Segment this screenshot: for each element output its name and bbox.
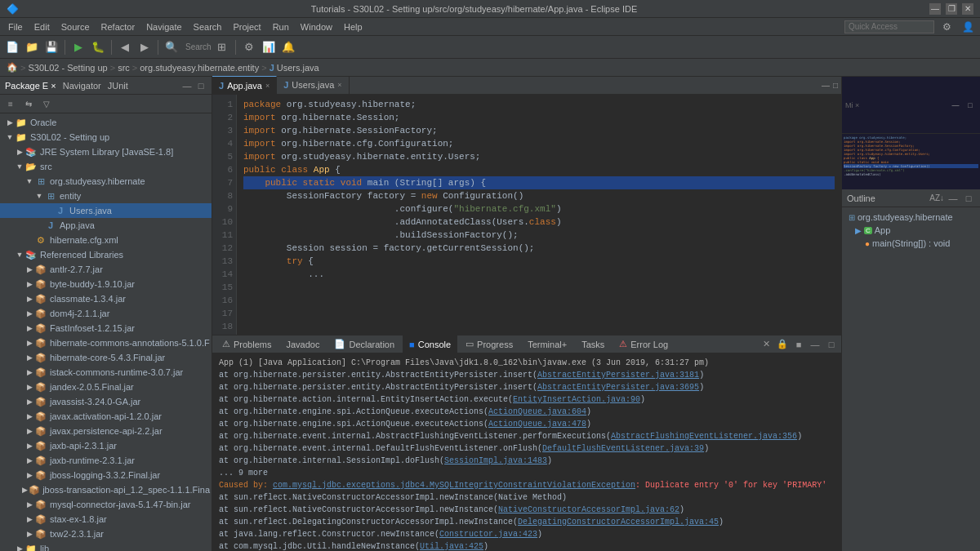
- outline-minimize[interactable]: —: [947, 192, 960, 205]
- maximize-button[interactable]: ❐: [946, 3, 957, 15]
- left-panel-maximize[interactable]: □: [195, 80, 207, 91]
- console-scroll-lock[interactable]: 🔒: [776, 338, 789, 351]
- outline-maximize[interactable]: □: [962, 192, 975, 205]
- editor-maximize[interactable]: □: [833, 81, 838, 90]
- close-button[interactable]: ✕: [962, 3, 973, 15]
- tree-item-s30l02[interactable]: ▼ 📁 S30L02 - Setting up: [0, 130, 212, 144]
- tree-item-classmate[interactable]: ▶ 📦 classmate-1.3.4.jar: [0, 291, 212, 306]
- tree-item-org-pkg[interactable]: ▼ ⊞ org.studyeasy.hibernate: [0, 174, 212, 189]
- outline-item-main[interactable]: ● main(String[]) : void: [845, 237, 977, 250]
- tree-view-menu[interactable]: ▽: [39, 96, 54, 111]
- menu-refactor[interactable]: Refactor: [96, 20, 140, 33]
- tab-problems[interactable]: ⚠ Problems: [216, 335, 278, 353]
- toolbar-debug[interactable]: 🐛: [89, 38, 107, 56]
- mini-minimize[interactable]: —: [949, 99, 962, 112]
- tree-item-jboss-log[interactable]: ▶ 📦 jboss-logging-3.3.2.Final.jar: [0, 468, 212, 482]
- bottom-minimize[interactable]: —: [808, 338, 822, 351]
- bottom-maximize[interactable]: □: [825, 338, 838, 351]
- tree-item-fastinfoset[interactable]: ▶ 📦 FastInfoset-1.2.15.jar: [0, 321, 212, 335]
- tree-item-users-java[interactable]: J Users.java: [0, 203, 212, 218]
- tab-console[interactable]: ■ Console: [403, 335, 457, 353]
- console-terminate[interactable]: ■: [792, 338, 805, 351]
- console-area[interactable]: App (1) [Java Application] C:\Program Fi…: [212, 353, 841, 551]
- menu-navigate[interactable]: Navigate: [141, 20, 186, 33]
- tab-navigator[interactable]: Navigator: [63, 81, 101, 91]
- outline-tab-label[interactable]: Outline: [847, 193, 875, 203]
- outline-item-app-class[interactable]: ▶ C App: [845, 224, 977, 237]
- toolbar-run[interactable]: ▶: [69, 38, 87, 56]
- tree-item-dom4j[interactable]: ▶ 📦 dom4j-2.1.1.jar: [0, 306, 212, 321]
- tab-junit[interactable]: JUnit: [108, 81, 128, 91]
- tree-item-txw2[interactable]: ▶ 📦 txw2-2.3.1.jar: [0, 527, 212, 541]
- tree-item-lib[interactable]: ▶ 📁 lib: [0, 541, 212, 551]
- toolbar-new[interactable]: 📄: [3, 38, 21, 56]
- tree-item-javax-act[interactable]: ▶ 📦 javax.activation-api-1.2.0.jar: [0, 409, 212, 424]
- tree-item-istack[interactable]: ▶ 📦 istack-commons-runtime-3.0.7.jar: [0, 365, 212, 380]
- toolbar-open[interactable]: 📁: [23, 38, 41, 56]
- menu-window[interactable]: Window: [296, 20, 337, 33]
- tab-users-close[interactable]: ×: [337, 81, 341, 89]
- breadcrumb-file[interactable]: Users.java: [277, 63, 319, 73]
- tree-item-mysql[interactable]: ▶ 📦 mysql-connector-java-5.1.47-bin.jar: [0, 497, 212, 512]
- tree-item-jaxb-rt[interactable]: ▶ 📦 jaxb-runtime-2.3.1.jar: [0, 453, 212, 468]
- editor-tab-users[interactable]: J Users.java ×: [277, 76, 349, 94]
- toolbar-icon-1[interactable]: ⚙: [938, 18, 956, 36]
- tab-error-log[interactable]: ⚠ Error Log: [612, 335, 675, 353]
- tree-item-jboss-tx[interactable]: ▶ 📦 jboss-transaction-api_1.2_spec-1.1.1…: [0, 482, 212, 497]
- toolbar-perspective[interactable]: ⊞: [213, 38, 231, 56]
- tree-link-editor[interactable]: ⇆: [21, 96, 36, 111]
- tree-item-javassist[interactable]: ▶ 📦 javassist-3.24.0-GA.jar: [0, 394, 212, 409]
- toolbar-search[interactable]: 🔍: [163, 38, 180, 56]
- tree-item-javax-pers[interactable]: ▶ 📦 javax.persistence-api-2.2.jar: [0, 424, 212, 438]
- tree-item-bytebuddy[interactable]: ▶ 📦 byte-buddy-1.9.10.jar: [0, 277, 212, 291]
- tree-item-oracle[interactable]: ▶ 📁 Oracle: [0, 115, 212, 130]
- tree-item-jandex[interactable]: ▶ 📦 jandex-2.0.5.Final.jar: [0, 380, 212, 394]
- toolbar-extra1[interactable]: ⚙: [240, 38, 258, 56]
- editor-tab-app[interactable]: J App.java ×: [212, 76, 277, 94]
- tree-item-hib-commons[interactable]: ▶ 📦 hibernate-commons-annotations-5.1.0.…: [0, 335, 212, 350]
- toolbar-extra3[interactable]: 🔔: [279, 38, 297, 56]
- tree-item-hibernate-cfg[interactable]: ⚙ hibernate.cfg.xml: [0, 233, 212, 247]
- tree-item-jaxb-api[interactable]: ▶ 📦 jaxb-api-2.3.1.jar: [0, 438, 212, 453]
- tree-item-jre[interactable]: ▶ 📚 JRE System Library [JavaSE-1.8]: [0, 144, 212, 159]
- tree-item-entity[interactable]: ▼ ⊞ entity: [0, 189, 212, 203]
- minimize-button[interactable]: —: [929, 3, 941, 15]
- tree-item-ref-libs[interactable]: ▼ 📚 Referenced Libraries: [0, 247, 212, 262]
- tab-terminal[interactable]: Terminal+: [521, 335, 573, 353]
- tab-package-explorer[interactable]: Package E ×: [5, 81, 56, 91]
- menu-edit[interactable]: Edit: [29, 20, 55, 33]
- mini-panel-tab[interactable]: Mi ×: [845, 101, 859, 109]
- tab-progress[interactable]: ▭ Progress: [459, 335, 519, 353]
- tree-item-hib-core[interactable]: ▶ 📦 hibernate-core-5.4.3.Final.jar: [0, 350, 212, 365]
- menu-run[interactable]: Run: [268, 20, 294, 33]
- mini-maximize[interactable]: □: [964, 99, 977, 112]
- breadcrumb-src[interactable]: src: [118, 63, 130, 73]
- editor-minimize[interactable]: —: [822, 81, 830, 90]
- code-content[interactable]: package org.studyeasy.hibernate;import o…: [237, 95, 841, 335]
- toolbar-back[interactable]: ◀: [116, 38, 134, 56]
- tree-item-antlr[interactable]: ▶ 📦 antlr-2.7.7.jar: [0, 262, 212, 277]
- toolbar-icon-2[interactable]: 👤: [959, 18, 977, 36]
- console-clear[interactable]: ✕: [760, 338, 773, 351]
- tree-item-stax[interactable]: ▶ 📦 stax-ex-1.8.jar: [0, 512, 212, 527]
- quick-access-input[interactable]: [844, 20, 934, 33]
- left-panel-minimize[interactable]: —: [181, 80, 193, 91]
- menu-search[interactable]: Search: [189, 20, 227, 33]
- menu-help[interactable]: Help: [339, 20, 368, 33]
- breadcrumb-pkg[interactable]: org.studyeasy.hibernate.entity: [140, 63, 259, 73]
- toolbar-forward[interactable]: ▶: [136, 38, 154, 56]
- tab-tasks[interactable]: Tasks: [575, 335, 611, 353]
- menu-project[interactable]: Project: [228, 20, 265, 33]
- toolbar-save[interactable]: 💾: [42, 38, 60, 56]
- tree-collapse-all[interactable]: ≡: [3, 96, 18, 111]
- outline-item-pkg[interactable]: ⊞ org.studyeasy.hibernate: [845, 211, 977, 224]
- toolbar-extra2[interactable]: 📊: [260, 38, 278, 56]
- menu-source[interactable]: Source: [56, 20, 95, 33]
- tab-javadoc[interactable]: Javadoc: [279, 335, 326, 353]
- tree-item-app-java[interactable]: J App.java: [0, 218, 212, 233]
- tab-app-close[interactable]: ×: [265, 82, 270, 90]
- tree-item-src[interactable]: ▼ 📂 src: [0, 159, 212, 174]
- menu-file[interactable]: File: [3, 20, 28, 33]
- breadcrumb-s30l02[interactable]: S30L02 - Setting up: [28, 63, 107, 73]
- tab-declaration[interactable]: 📄 Declaration: [327, 335, 401, 353]
